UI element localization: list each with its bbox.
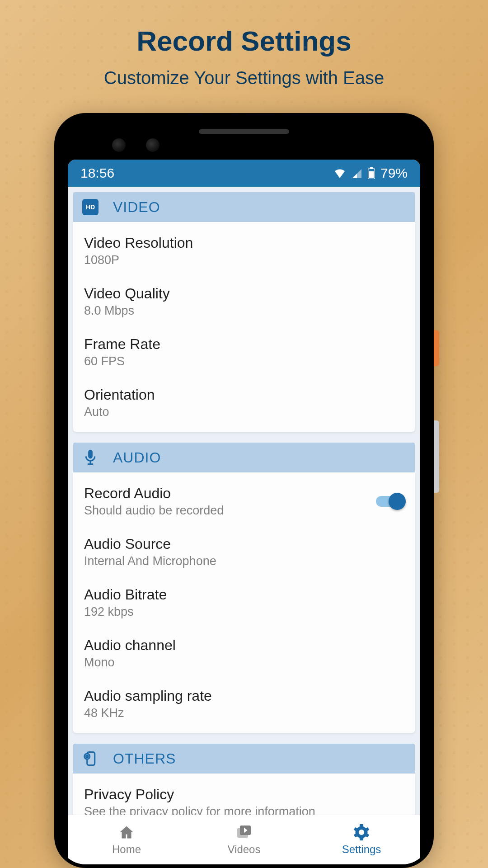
setting-value: 192 kbps [84, 605, 404, 619]
setting-title: Privacy Policy [84, 786, 404, 803]
page-subtitle: Customize Your Settings with Ease [0, 68, 488, 88]
phone-mockup: 18:56 79% HD VIDEO Video Reso [54, 113, 434, 868]
microphone-icon [84, 450, 97, 465]
setting-title: Frame Rate [84, 336, 404, 353]
setting-value: Mono [84, 656, 404, 670]
setting-title: Video Resolution [84, 235, 404, 251]
nav-videos[interactable]: Videos [185, 815, 303, 864]
nav-label: Home [112, 843, 141, 856]
section-label: OTHERS [113, 750, 176, 767]
setting-title: Audio Source [84, 536, 404, 552]
status-bar: 18:56 79% [68, 160, 420, 187]
section-header-others: OTHERS [73, 744, 415, 774]
setting-title: Audio Bitrate [84, 586, 404, 603]
setting-record-audio[interactable]: Record Audio Should audio be recorded [73, 476, 415, 527]
nav-label: Settings [342, 843, 381, 856]
setting-audio-bitrate[interactable]: Audio Bitrate 192 kbps [73, 577, 415, 628]
setting-privacy-policy[interactable]: Privacy Policy See the privacy policy fo… [73, 777, 415, 815]
setting-value: Should audio be recorded [84, 504, 376, 518]
setting-title: Audio channel [84, 637, 404, 654]
home-icon [118, 824, 135, 840]
setting-value: Internal And Microphone [84, 554, 404, 568]
nav-home[interactable]: Home [68, 815, 185, 864]
setting-orientation[interactable]: Orientation Auto [73, 377, 415, 428]
page-title: Record Settings [0, 0, 488, 57]
setting-audio-channel[interactable]: Audio channel Mono [73, 628, 415, 679]
section-header-video: HD VIDEO [73, 192, 415, 222]
svg-point-8 [86, 755, 88, 758]
setting-value: 8.0 Mbps [84, 304, 404, 318]
setting-video-quality[interactable]: Video Quality 8.0 Mbps [73, 276, 415, 327]
wifi-icon [333, 168, 346, 178]
status-time: 18:56 [80, 165, 114, 181]
videos-icon [235, 824, 253, 840]
setting-frame-rate[interactable]: Frame Rate 60 FPS [73, 327, 415, 377]
bottom-nav: Home Videos Settings [68, 815, 420, 864]
setting-value: 60 FPS [84, 354, 404, 368]
svg-rect-2 [369, 171, 374, 178]
setting-value: 48 KHz [84, 706, 404, 720]
nav-settings[interactable]: Settings [303, 815, 420, 864]
gear-icon [353, 824, 370, 840]
signal-icon [352, 168, 362, 178]
setting-value: Auto [84, 405, 404, 419]
status-battery-pct: 79% [380, 165, 408, 181]
setting-title: Video Quality [84, 285, 404, 302]
setting-title: Record Audio [84, 485, 376, 502]
section-label: VIDEO [113, 199, 160, 216]
section-label: AUDIO [113, 449, 161, 466]
hd-icon: HD [82, 199, 99, 215]
setting-title: Orientation [84, 387, 404, 403]
nav-label: Videos [228, 843, 261, 856]
record-audio-toggle[interactable] [376, 496, 404, 507]
section-header-audio: AUDIO [73, 443, 415, 472]
battery-icon [368, 167, 375, 179]
setting-audio-source[interactable]: Audio Source Internal And Microphone [73, 527, 415, 577]
svg-rect-3 [88, 450, 93, 458]
setting-title: Audio sampling rate [84, 688, 404, 704]
setting-audio-sampling-rate[interactable]: Audio sampling rate 48 KHz [73, 679, 415, 729]
gear-phone-icon [84, 751, 97, 766]
setting-value: See the privacy policy for more informat… [84, 805, 404, 815]
setting-video-resolution[interactable]: Video Resolution 1080P [73, 226, 415, 276]
setting-value: 1080P [84, 253, 404, 267]
